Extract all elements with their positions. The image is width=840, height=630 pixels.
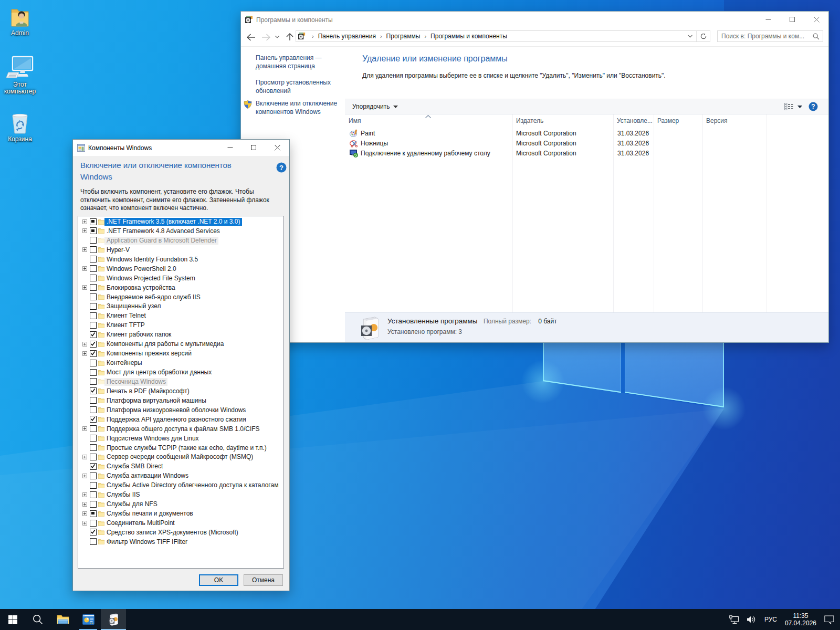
program-row[interactable]: Подключение к удаленному рабочему столу …	[345, 149, 828, 159]
ok-button[interactable]: OK	[199, 574, 238, 586]
feature-row[interactable]: .NET Framework 3.5 (включает .NET 2.0 и …	[78, 217, 284, 227]
expand-plus-icon[interactable]	[82, 247, 87, 252]
feature-checkbox[interactable]	[90, 406, 97, 413]
expand-plus-icon[interactable]	[82, 219, 87, 224]
expand-plus-icon[interactable]	[82, 455, 87, 459]
feature-checkbox[interactable]	[90, 463, 97, 470]
feature-row[interactable]: Windows PowerShell 2.0	[78, 264, 284, 274]
feature-row[interactable]: Печать в PDF (Майкрософт)	[78, 386, 284, 396]
feature-checkbox[interactable]	[90, 538, 97, 545]
desktop-icon-admin[interactable]: Admin	[0, 7, 40, 37]
feature-checkbox[interactable]	[90, 265, 97, 272]
taskbar-explorer-button[interactable]	[50, 609, 76, 630]
view-dropdown-button[interactable]	[795, 106, 804, 108]
feature-checkbox[interactable]	[90, 444, 97, 451]
search-icon[interactable]	[813, 33, 820, 40]
expand-plus-icon[interactable]	[82, 521, 87, 526]
feature-row[interactable]: Службы печати и документов	[78, 509, 284, 519]
feature-checkbox[interactable]	[90, 454, 97, 460]
close-button[interactable]	[266, 140, 289, 156]
language-indicator[interactable]: РУС	[760, 609, 782, 630]
feature-row[interactable]: Windows Identity Foundation 3.5	[78, 255, 284, 264]
dialog-titlebar[interactable]: Компоненты Windows	[73, 140, 289, 156]
back-button[interactable]	[243, 34, 259, 41]
feature-row[interactable]: Фильтр Windows TIFF IFilter	[78, 537, 284, 547]
feature-checkbox[interactable]	[90, 275, 97, 281]
expand-plus-icon[interactable]	[82, 285, 87, 290]
minimize-button[interactable]	[756, 12, 780, 28]
feature-checkbox[interactable]	[90, 256, 97, 262]
feature-row[interactable]: Контейнеры	[78, 359, 284, 368]
feature-checkbox[interactable]	[90, 425, 97, 432]
feature-row[interactable]: Подсистема Windows для Linux	[78, 434, 284, 443]
feature-row[interactable]: Сервер очереди сообщений Майкрософт (MSM…	[78, 453, 284, 462]
feature-checkbox[interactable]	[90, 387, 97, 394]
change-view-button[interactable]	[782, 103, 795, 110]
feature-row[interactable]: Платформа виртуальной машины	[78, 396, 284, 405]
feature-checkbox[interactable]	[90, 227, 97, 234]
feature-row[interactable]: Клиент TFTP	[78, 321, 284, 330]
feature-row[interactable]: Простые службы TCPIP (такие как echo, da…	[78, 443, 284, 453]
feature-row[interactable]: Компоненты для работы с мультимедиа	[78, 340, 284, 349]
column-header-publisher[interactable]: Издатель	[512, 114, 613, 127]
feature-row[interactable]: Компоненты прежних версий	[78, 349, 284, 359]
sidebar-link-home[interactable]: Панель управления — домашняя страница	[256, 54, 345, 70]
feature-row[interactable]: Служба SMB Direct	[78, 462, 284, 471]
help-button[interactable]: ?	[804, 102, 822, 111]
feature-checkbox[interactable]	[90, 416, 97, 423]
maximize-button[interactable]	[242, 140, 266, 156]
feature-checkbox[interactable]	[90, 378, 97, 385]
feature-row[interactable]: Мост для центра обработки данных	[78, 368, 284, 377]
feature-row[interactable]: Службы IIS	[78, 490, 284, 500]
feature-row[interactable]: Соединитель MultiPoint	[78, 519, 284, 528]
feature-checkbox[interactable]	[90, 331, 97, 338]
taskbar-programs-features-button[interactable]	[101, 609, 126, 630]
minimize-button[interactable]	[218, 140, 242, 156]
expand-plus-icon[interactable]	[82, 228, 87, 233]
feature-checkbox[interactable]	[90, 435, 97, 442]
feature-row[interactable]: Блокировка устройства	[78, 283, 284, 292]
feature-checkbox[interactable]	[90, 350, 97, 357]
feature-row[interactable]: Службы Active Directory облегченного дос…	[78, 481, 284, 490]
clock[interactable]: 11:35 07.04.2026	[782, 609, 820, 630]
feature-row[interactable]: Hyper-V	[78, 245, 284, 255]
feature-checkbox[interactable]	[90, 303, 97, 310]
feature-row[interactable]: Платформа низкоуровневой оболочки Window…	[78, 405, 284, 415]
sidebar-link-windows-features[interactable]: Включение или отключение компонентов Win…	[256, 100, 345, 116]
feature-checkbox[interactable]	[90, 529, 97, 536]
expand-plus-icon[interactable]	[82, 474, 87, 478]
volume-tray-icon[interactable]	[743, 609, 760, 630]
feature-checkbox[interactable]	[90, 510, 97, 517]
network-tray-icon[interactable]	[726, 609, 743, 630]
feature-row[interactable]: Внедряемое веб-ядро служб IIS	[78, 292, 284, 302]
feature-row[interactable]: Службы для NFS	[78, 500, 284, 509]
column-header-size[interactable]: Размер	[654, 114, 702, 127]
feature-row[interactable]: Защищенный узел	[78, 302, 284, 311]
breadcrumb-item[interactable]: › Программы и компоненты	[421, 31, 507, 41]
column-header-installed[interactable]: Установле...	[613, 114, 654, 127]
feature-checkbox[interactable]	[90, 482, 97, 489]
expand-plus-icon[interactable]	[82, 342, 87, 346]
taskbar-control-panel-button[interactable]	[76, 609, 101, 630]
feature-checkbox[interactable]	[90, 472, 97, 479]
feature-row[interactable]: Клиент Telnet	[78, 311, 284, 321]
features-tree[interactable]: .NET Framework 3.5 (включает .NET 2.0 и …	[78, 216, 284, 569]
desktop-icon-this-pc[interactable]: Этот компьютер	[0, 56, 40, 95]
feature-row[interactable]: Поддержка общего доступа к файлам SMB 1.…	[78, 424, 284, 434]
feature-checkbox[interactable]	[90, 397, 97, 404]
feature-checkbox[interactable]	[90, 237, 97, 244]
feature-row[interactable]: Служба активации Windows	[78, 471, 284, 481]
sidebar-link-installed-updates[interactable]: Просмотр установленных обновлений	[256, 79, 345, 95]
feature-checkbox[interactable]	[90, 312, 97, 319]
feature-checkbox[interactable]	[90, 501, 97, 508]
expand-plus-icon[interactable]	[82, 351, 87, 356]
expand-plus-icon[interactable]	[82, 492, 87, 497]
feature-checkbox[interactable]	[90, 369, 97, 376]
organize-button[interactable]: Упорядочить	[352, 103, 398, 110]
close-button[interactable]	[804, 12, 828, 28]
feature-checkbox[interactable]	[90, 246, 97, 253]
address-dropdown-button[interactable]	[684, 35, 696, 38]
search-box[interactable]: Поиск в: Программы и ком...	[717, 30, 823, 42]
feature-checkbox[interactable]	[90, 491, 97, 498]
action-center-button[interactable]	[820, 609, 840, 630]
